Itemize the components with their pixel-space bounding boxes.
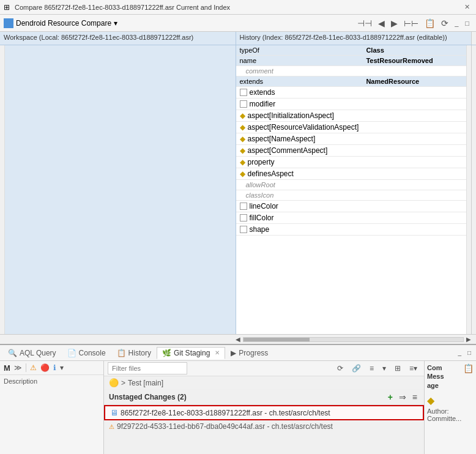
unstaged-add-btn[interactable]: + — [386, 392, 395, 403]
staging-menu-btn[interactable]: ≡ — [366, 362, 377, 374]
tab-git-staging-label: Git Staging — [174, 349, 210, 357]
compare-header-right: History (Index: 865f272f-f2e8-11ec-8033-… — [236, 32, 472, 45]
property-table: typeOf Class name TestResourRemoved comm… — [236, 45, 472, 236]
tab-history[interactable]: 📋 History — [111, 347, 157, 359]
bottom-content: M ≫ ⚠ 🔴 ℹ ▾ Description ⟳ 🔗 ≡ ▾ ⊞ — [0, 361, 476, 454]
brand-dropdown-icon[interactable]: ▾ — [114, 19, 117, 28]
staging-options-btn[interactable]: ⊞ — [392, 362, 404, 374]
hscroll-right-arrow[interactable]: ▶ — [466, 336, 471, 343]
diamond-icon: ◆ — [240, 169, 245, 178]
table-row: classIcon — [236, 190, 472, 201]
checkbox-icon — [240, 203, 247, 210]
table-row: ◆property — [236, 157, 472, 168]
console-icon: 📄 — [67, 349, 76, 357]
breadcrumb-sep: > — [121, 379, 125, 387]
filter-files-input[interactable] — [108, 362, 187, 374]
breadcrumb-text: Test [main] — [128, 379, 163, 387]
sidebar-m-icon: M — [2, 363, 12, 373]
staging-toolbar: ⟳ 🔗 ≡ ▾ ⊞ ≡▾ — [104, 361, 424, 376]
table-row: name TestResourRemoved — [236, 56, 472, 66]
maximize-btn[interactable]: □ — [462, 19, 472, 28]
prop-key: fillColor — [236, 212, 363, 224]
sidebar-toolbar: M ≫ ⚠ 🔴 ℹ ▾ — [0, 361, 103, 375]
file-item2-icon: ⚠ — [109, 423, 114, 430]
aql-query-icon: 🔍 — [8, 349, 17, 357]
tab-git-staging[interactable]: 🌿 Git Staging ✕ — [157, 347, 225, 359]
copy-btn[interactable]: 📋 — [422, 17, 438, 30]
sidebar-info-btn[interactable]: ℹ — [52, 362, 58, 373]
table-row: ◆aspect[CommentAspect] — [236, 145, 472, 157]
prop-key: ◆property — [236, 157, 363, 168]
refresh-btn[interactable]: ⟳ — [438, 17, 452, 30]
hscroll-track[interactable] — [243, 337, 464, 342]
prop-key: ◆aspect[CommentAspect] — [236, 145, 363, 157]
prop-key: classIcon — [236, 190, 363, 201]
commit-panel: ComMessage 📋 ◆ Author: Committe... — [424, 361, 476, 454]
file-item2-text: 9f29722d-4533-11ed-bb67-dba0e49c44af.asr… — [117, 422, 333, 431]
right-scrollbar[interactable] — [466, 45, 471, 334]
outer-scrollbar[interactable] — [471, 45, 476, 334]
table-row: typeOf Class — [236, 45, 472, 56]
tab-progress[interactable]: ▶ Progress — [225, 347, 273, 359]
sidebar-more-btn[interactable]: ▾ — [59, 362, 65, 373]
nav-next-btn[interactable]: ▶ — [388, 17, 401, 30]
sidebar-description-label: Description — [0, 375, 103, 387]
prop-value: TestResourRemoved — [362, 56, 471, 66]
brand-text: Dendroid Resource Compare — [16, 19, 111, 28]
compare-header-left: Workspace (Local: 865f272f-f2e8-11ec-803… — [0, 32, 236, 45]
bottom-minimize-btn[interactable]: _ — [455, 349, 464, 357]
file-item-second[interactable]: ⚠ 9f29722d-4533-11ed-bb67-dba0e49c44af.a… — [104, 420, 424, 433]
compare-left-panel — [0, 45, 236, 334]
unstaged-menu-btn[interactable]: ≡ — [411, 392, 419, 403]
breadcrumb: 🟡 > Test [main] — [104, 376, 424, 390]
progress-icon: ▶ — [231, 349, 236, 357]
staging-dropdown-btn[interactable]: ▾ — [379, 362, 389, 374]
minimize-btn[interactable]: _ — [452, 19, 461, 28]
nav-last-btn[interactable]: ⊢⊢ — [401, 17, 422, 30]
diamond-icon: ◆ — [240, 123, 245, 132]
staging-area: ⟳ 🔗 ≡ ▾ ⊞ ≡▾ 🟡 > Test [main] Unstaged Ch… — [104, 361, 424, 454]
prop-key: comment — [236, 66, 472, 76]
bottom-maximize-btn[interactable]: □ — [465, 349, 474, 357]
nav-prev-btn[interactable]: ◀ — [375, 17, 388, 30]
table-row: lineColor — [236, 201, 472, 212]
compare-panels: typeOf Class name TestResourRemoved comm… — [0, 45, 476, 334]
table-row: fillColor — [236, 212, 472, 224]
tab-history-label: History — [128, 349, 151, 357]
sidebar-expand-btn[interactable]: ≫ — [13, 362, 23, 373]
staging-view-dropdown-btn[interactable]: ≡▾ — [406, 362, 420, 374]
title-bar: ⊞ Compare 865f272f-f2e8-11ec-8033-d18897… — [0, 0, 476, 15]
table-row: ◆aspect[NameAspect] — [236, 133, 472, 145]
table-row: allowRoot — [236, 180, 472, 190]
checkbox-icon — [240, 214, 247, 221]
prop-key: ◆aspect[ResourceValidationAspect] — [236, 122, 363, 133]
diamond-icon: ◆ — [240, 158, 245, 166]
tab-console[interactable]: 📄 Console — [62, 347, 111, 359]
title-bar-close-btn[interactable]: ✕ — [462, 3, 472, 11]
table-row: ◆definesAspect — [236, 168, 472, 180]
commit-header: ComMessage 📋 — [425, 361, 476, 392]
prop-key: shape — [236, 224, 363, 236]
prop-key: allowRoot — [236, 180, 363, 190]
sidebar-warning-btn[interactable]: ⚠ — [29, 362, 38, 373]
staging-refresh-btn[interactable]: ⟳ — [334, 362, 346, 374]
compare-right-panel: typeOf Class name TestResourRemoved comm… — [236, 45, 472, 334]
prop-value: Class — [362, 45, 471, 56]
unstaged-transfer-btn[interactable]: ⇒ — [397, 392, 408, 403]
nav-first-btn[interactable]: ⊣⊣ — [354, 17, 375, 30]
sidebar-error-btn[interactable]: 🔴 — [39, 362, 51, 373]
hscroll-thumb — [244, 338, 310, 341]
commit-copy-icon[interactable]: 📋 — [463, 363, 474, 373]
tab-aql-query[interactable]: 🔍 AQL Query — [2, 347, 62, 359]
checkbox-icon — [240, 226, 247, 233]
app-icon: ⊞ — [4, 3, 12, 12]
diamond-icon: ◆ — [240, 146, 245, 155]
unstaged-section: Unstaged Changes (2) + ⇒ ≡ 🖥 865f272f-f2… — [104, 390, 424, 454]
file-item-selected[interactable]: 🖥 865f272f-f2e8-11ec-8033-d188971222ff.a… — [104, 405, 424, 420]
toolbar-brand: Dendroid Resource Compare ▾ — [4, 18, 117, 28]
hscroll-left-arrow[interactable]: ◀ — [236, 336, 240, 343]
bottom-tabs: 🔍 AQL Query 📄 Console 📋 History 🌿 Git St… — [0, 345, 476, 361]
prop-key: lineColor — [236, 201, 363, 212]
tab-git-staging-close[interactable]: ✕ — [215, 349, 220, 356]
staging-link-btn[interactable]: 🔗 — [349, 362, 364, 374]
